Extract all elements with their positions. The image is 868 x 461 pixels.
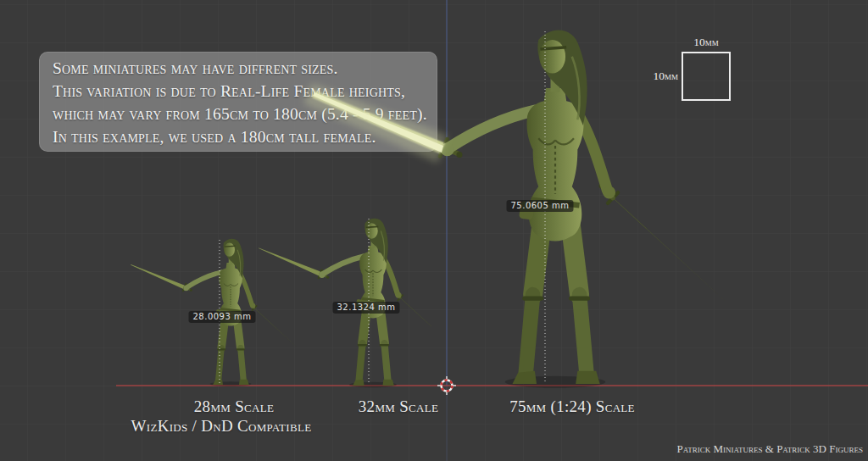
info-line-4: In this example, we used a 180cm tall fe… <box>53 125 437 148</box>
caption-wizkids-compatible: WizKids / DnD Compatible <box>131 417 312 436</box>
measurement-tag-32mm: 32.1324 mm <box>332 302 399 314</box>
caption-28mm-scale: 28mm Scale <box>194 397 274 416</box>
blender-viewport[interactable]: Some miniatures may have diffrent sizes.… <box>0 0 868 461</box>
credit-text: Patrick Miniatures & Patrick 3D Figures <box>676 442 863 456</box>
info-line-1: Some miniatures may have diffrent sizes. <box>53 57 437 80</box>
reference-square-label-top: 10mm <box>682 36 730 49</box>
info-line-3: which may vary from 165cm to 180cm (5.4 … <box>53 103 437 125</box>
caption-32mm-scale: 32mm Scale <box>359 397 438 416</box>
measurement-tag-75mm: 75.0605 mm <box>506 200 573 212</box>
caption-75mm-scale: 75mm (1:24) Scale <box>509 397 635 416</box>
reference-square-label-left: 10mm <box>643 69 678 83</box>
measurement-tag-28mm: 28.0093 mm <box>188 311 255 323</box>
info-line-2: This variation is due to Real-Life Femal… <box>53 80 437 103</box>
info-box: Some miniatures may have diffrent sizes.… <box>39 52 437 152</box>
